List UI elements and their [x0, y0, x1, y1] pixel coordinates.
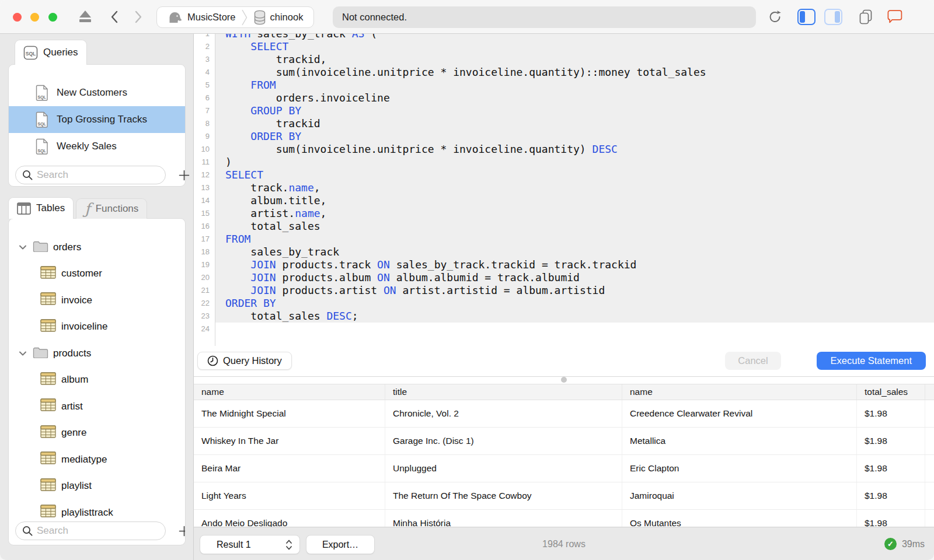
tree-item-customer[interactable]: customer — [9, 261, 185, 288]
table-cell[interactable]: Creedence Clearwater Revival — [622, 400, 857, 427]
query-history-button[interactable]: Query History — [197, 352, 292, 370]
duplicate-window-button[interactable] — [857, 9, 874, 25]
stepper-icon — [285, 539, 292, 551]
table-icon — [40, 266, 56, 279]
table-cell[interactable]: Light Years — [194, 482, 385, 509]
chevron-down-icon[interactable] — [19, 242, 27, 253]
table-label: invoiceline — [61, 321, 107, 332]
query-item-label: Top Grossing Tracks — [57, 114, 147, 125]
resize-handle[interactable] — [561, 377, 567, 383]
code-line-11: 11) — [194, 156, 934, 169]
chevron-down-icon — [19, 244, 27, 250]
line-number: 3 — [194, 53, 215, 66]
export-button[interactable]: Export… — [306, 535, 375, 554]
tables-search-row — [9, 520, 185, 541]
duration-label: 39ms — [902, 539, 925, 550]
query-history-label: Query History — [223, 355, 282, 366]
tree-item-playlist[interactable]: playlist — [9, 473, 185, 500]
breadcrumb-server[interactable]: MusicStore — [163, 10, 241, 24]
result-selector-label: Result 1 — [217, 540, 251, 550]
minimize-window-button[interactable] — [30, 13, 39, 22]
table-row: The Midnight SpecialChronicle, Vol. 2Cre… — [194, 400, 934, 428]
line-number: 4 — [194, 66, 215, 79]
tree-item-mediatype[interactable]: mediatype — [9, 446, 185, 473]
code-line-22: 22ORDER BY — [194, 297, 934, 310]
table-cell[interactable]: Chronicle, Vol. 2 — [385, 400, 622, 427]
tree-item-invoice[interactable]: invoice — [9, 287, 185, 314]
refresh-icon — [768, 9, 783, 24]
tree-item-orders[interactable]: orders — [9, 234, 185, 261]
line-number: 18 — [194, 246, 215, 258]
result-selector[interactable]: Result 1 — [200, 535, 300, 554]
breadcrumb-database[interactable]: chinook — [249, 10, 308, 25]
table-cell[interactable]: The Midnight Special — [194, 400, 385, 427]
column-header-title[interactable]: title — [385, 384, 622, 400]
column-header-name[interactable]: name — [622, 384, 857, 400]
table-cell[interactable]: Whiskey In The Jar — [194, 428, 385, 454]
table-cell[interactable]: Eric Clapton — [622, 455, 857, 482]
add-table-button[interactable] — [176, 522, 186, 540]
chevron-down-icon[interactable] — [19, 348, 27, 359]
eject-disconnect-icon[interactable] — [78, 10, 92, 24]
sql-editor[interactable]: 1WITH sales_by_track AS (2 SELECT3 track… — [194, 34, 934, 346]
column-header-name[interactable]: name — [194, 384, 385, 400]
add-query-button[interactable] — [176, 166, 191, 184]
query-item-label: New Customers — [57, 87, 127, 99]
table-cell[interactable]: The Return Of The Space Cowboy — [385, 482, 622, 509]
tab-functions[interactable]: ƒ Functions — [76, 198, 147, 219]
table-cell[interactable]: Metallica — [622, 428, 857, 454]
breadcrumb-server-label: MusicStore — [187, 12, 236, 23]
line-number: 8 — [194, 117, 215, 130]
close-window-button[interactable] — [13, 13, 22, 22]
line-number: 2 — [194, 40, 215, 53]
query-item-label: Weekly Sales — [57, 141, 117, 152]
table-cell[interactable]: Garage Inc. (Disc 1) — [385, 428, 622, 454]
execute-label: Execute Statement — [831, 355, 912, 366]
toggle-left-sidebar-button[interactable] — [797, 9, 815, 25]
line-number: 12 — [194, 169, 215, 181]
table-label: artist — [61, 401, 83, 412]
sql-file-icon: SQL — [36, 138, 49, 155]
query-item[interactable]: SQLTop Grossing Tracks — [9, 106, 185, 133]
tree-item-album[interactable]: album — [9, 367, 185, 394]
sql-badge-icon: SQL — [23, 46, 38, 60]
table-cell[interactable]: Beira Mar — [194, 455, 385, 482]
tab-queries[interactable]: SQL Queries — [15, 40, 87, 65]
stacked-windows-icon — [858, 9, 874, 25]
table-cell[interactable]: Jamiroquai — [622, 482, 857, 509]
column-header-total_sales[interactable]: total_sales — [857, 384, 925, 400]
forward-button[interactable] — [131, 9, 146, 24]
left-panel-fill — [800, 11, 805, 23]
line-number: 11 — [194, 156, 215, 169]
back-button[interactable] — [107, 9, 122, 24]
table-cell[interactable]: $1.98 — [857, 455, 925, 482]
cancel-button[interactable]: Cancel — [725, 352, 781, 370]
line-number: 22 — [194, 297, 215, 310]
refresh-button[interactable] — [767, 9, 783, 25]
table-cell[interactable]: $1.98 — [857, 482, 925, 509]
code-line-8: 8 trackid — [194, 117, 934, 130]
svg-text:SQL: SQL — [38, 149, 47, 153]
toggle-right-sidebar-button[interactable] — [824, 9, 842, 25]
tab-tables[interactable]: Tables — [8, 197, 74, 219]
feedback-chat-button[interactable] — [886, 9, 904, 25]
zoom-window-button[interactable] — [48, 13, 57, 22]
execute-statement-button[interactable]: Execute Statement — [817, 352, 926, 370]
tree-item-products[interactable]: products — [9, 340, 185, 367]
table-cell[interactable]: $1.98 — [857, 428, 925, 454]
tree-item-genre[interactable]: genre — [9, 420, 185, 447]
query-item[interactable]: SQLWeekly Sales — [9, 133, 185, 160]
queries-search-input[interactable] — [15, 166, 166, 184]
export-label: Export… — [322, 540, 358, 550]
tree-item-artist[interactable]: artist — [9, 393, 185, 420]
tables-search-input[interactable] — [15, 522, 166, 540]
results-rows: The Midnight SpecialChronicle, Vol. 2Cre… — [194, 400, 934, 537]
table-cell[interactable]: $1.98 — [857, 400, 925, 427]
query-item[interactable]: SQLNew Customers — [9, 79, 185, 106]
table-cell[interactable]: Unplugged — [385, 455, 622, 482]
code-line-6: 6 orders.invoiceline — [194, 92, 934, 104]
plus-icon — [179, 170, 190, 181]
line-number: 14 — [194, 194, 215, 207]
tree-item-invoiceline[interactable]: invoiceline — [9, 314, 185, 341]
line-number: 21 — [194, 284, 215, 297]
